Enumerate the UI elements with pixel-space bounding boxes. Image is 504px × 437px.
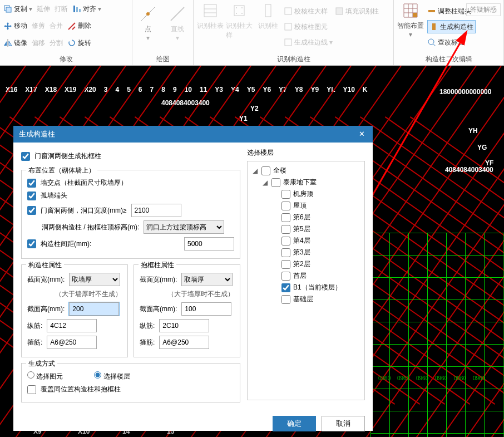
svg-rect-19 (285, 39, 291, 46)
floor-jft-checkbox[interactable] (281, 190, 290, 199)
gzz-h-input[interactable] (69, 302, 119, 316)
break-button[interactable]: 打断 (55, 2, 68, 16)
split-button[interactable]: 分割 (50, 36, 63, 50)
rotate-button[interactable]: 旋转 (67, 36, 91, 50)
group-label-draw: 绘图 (136, 55, 190, 64)
svg-rect-2 (73, 6, 75, 12)
svg-rect-1 (6, 7, 11, 12)
group-label-recognize: 识别构造柱 (197, 55, 390, 64)
cancel-button[interactable]: 取消 (322, 416, 365, 431)
ok-button[interactable]: 确定 (273, 416, 316, 431)
svg-rect-4 (79, 9, 81, 12)
gen-gzz-dialog: 生成构造柱 ✕ 门窗洞两侧生成抱框柱 布置位置（砌体墙上） 墙交点（柱截面尺寸取… (13, 126, 373, 431)
fill-rc-button[interactable]: 填充识别柱 (335, 4, 379, 18)
svg-line-25 (433, 44, 436, 46)
rec-col-button[interactable]: 识别柱 (255, 2, 281, 53)
smart-layout-button[interactable]: 智能布置▾ (397, 2, 424, 53)
svg-point-13 (241, 7, 243, 8)
ribbon-group-draw: 点▾ 直线▾ 绘图 (132, 0, 194, 65)
bao-w-select[interactable]: 取墙厚 (181, 273, 233, 286)
offset-button[interactable]: 偏移 (32, 36, 45, 50)
floor-jc-checkbox[interactable] (281, 295, 290, 304)
svg-point-6 (146, 12, 150, 16)
bao-stir-input[interactable] (159, 336, 209, 349)
point-button[interactable]: 点▾ (136, 6, 161, 53)
floor-f1-checkbox[interactable] (281, 272, 290, 281)
merge-button[interactable]: 合并 (50, 19, 63, 33)
line-button[interactable]: 直线▾ (165, 6, 190, 53)
mode-floor-radio-label[interactable]: 选择楼层 (94, 371, 130, 381)
floor-f2-checkbox[interactable] (281, 260, 290, 269)
gen-bao-checkbox[interactable] (21, 152, 30, 161)
group-label-modify: 修改 (3, 55, 129, 64)
bao-bar-input[interactable] (159, 319, 209, 332)
gen-line-button[interactable]: 生成柱边线▾ (284, 36, 333, 49)
opening-width-input[interactable] (131, 204, 181, 217)
mode-pick-radio (27, 371, 34, 379)
floor-wding-checkbox[interactable] (281, 202, 290, 210)
floor-f3-checkbox[interactable] (281, 248, 290, 257)
floor-title: 选择楼层 (247, 148, 365, 158)
mode-floor-radio (94, 371, 101, 379)
floor-tree[interactable]: ◢全楼 ◢泰康地下室 机房顶 屋顶 第6层 第5层 第4层 第3层 第2层 首层… (247, 161, 365, 400)
svg-rect-3 (76, 7, 78, 12)
mode-pick-radio-label[interactable]: 选择图元 (27, 371, 63, 381)
helper-tab[interactable]: 答疑解惑 (466, 3, 501, 16)
delete-button[interactable]: 删除 (67, 19, 91, 33)
close-icon[interactable]: ✕ (356, 126, 367, 143)
gen-bao-label: 门窗洞两侧生成抱框柱 (34, 151, 101, 161)
gzz-w-select[interactable]: 取墙厚 (69, 273, 120, 286)
dialog-title: 生成构造柱 (19, 126, 55, 143)
wall-cross-checkbox[interactable] (27, 179, 36, 188)
svg-point-24 (428, 39, 434, 45)
floor-all-checkbox[interactable] (261, 166, 270, 175)
svg-rect-8 (204, 4, 216, 17)
trim-button[interactable]: 修剪 (32, 19, 45, 33)
dialog-titlebar[interactable]: 生成构造柱 ✕ (13, 126, 373, 143)
rec-col-table-button[interactable]: 识别柱表 (197, 2, 224, 53)
svg-rect-18 (285, 23, 291, 30)
ribbon-group-recognize: 识别柱表 识别柱大样 识别柱 校核柱大样 校核柱图元 生成柱边线▾ 填充识别柱 … (194, 0, 394, 65)
green-grid (370, 233, 504, 437)
mirror-button[interactable]: 镜像 (3, 36, 27, 50)
bao-h-input[interactable] (181, 302, 231, 316)
ribbon: 复制▾ 延伸 打断 对齐▾ 移动 修剪 合并 删除 镜像 偏移 分割 旋转 修改… (0, 0, 504, 66)
group-label-gzz: 构造柱二次编辑 (397, 55, 500, 64)
isolated-end-checkbox[interactable] (27, 192, 36, 200)
floor-tk-checkbox[interactable] (271, 178, 280, 187)
floor-f4-checkbox[interactable] (281, 237, 290, 245)
rec-col-detail-button[interactable]: 识别柱大样 (226, 2, 253, 53)
svg-rect-20 (336, 8, 343, 14)
check-detail-button[interactable]: 校核柱大样 (284, 4, 333, 18)
floor-f6-checkbox[interactable] (281, 213, 290, 222)
spacing-checkbox[interactable] (27, 239, 36, 248)
tree-toggle-icon[interactable]: ◢ (261, 179, 269, 186)
spacing-input[interactable] (184, 237, 234, 251)
svg-point-12 (236, 7, 237, 8)
move-button[interactable]: 移动 (3, 19, 27, 33)
gen-gzz-button[interactable]: 生成构造柱 (427, 20, 476, 33)
svg-rect-11 (234, 6, 244, 16)
svg-rect-21 (413, 13, 417, 17)
opening-both-checkbox[interactable] (27, 206, 36, 215)
svg-rect-23 (432, 23, 436, 30)
svg-point-14 (236, 13, 237, 14)
extend-button[interactable]: 延伸 (37, 2, 50, 16)
gzz-bar-input[interactable] (47, 319, 97, 332)
bao-prop-fieldset: 抱框柱属性 截面宽(mm):取墙厚 （大于墙厚时不生成） 截面高(mm): 纵筋… (134, 264, 240, 357)
gen-mode-fieldset: 生成方式 选择图元 选择楼层 覆盖同位置构造柱和抱框柱 (21, 363, 240, 402)
position-fieldset: 布置位置（砌体墙上） 墙交点（柱截面尺寸取墙厚） 孤墙端头 门窗洞两侧，洞口宽度… (21, 170, 240, 259)
check-ce-button[interactable]: 校核柱图元 (284, 20, 333, 33)
gzz-stir-input[interactable] (47, 336, 97, 349)
copy-button[interactable]: 复制▾ (3, 2, 32, 16)
svg-rect-17 (285, 8, 291, 14)
overwrite-checkbox[interactable] (27, 385, 36, 394)
tree-toggle-icon[interactable]: ◢ (251, 167, 259, 175)
beam-top-select[interactable]: 洞口上方过梁顶标高 (144, 220, 224, 234)
check-note-button[interactable]: 查改标注 (427, 36, 476, 49)
floor-f5-checkbox[interactable] (281, 225, 290, 234)
svg-rect-16 (265, 4, 271, 17)
svg-line-7 (171, 7, 184, 21)
floor-b1-checkbox[interactable] (281, 283, 290, 292)
align-button[interactable]: 对齐▾ (72, 2, 101, 16)
